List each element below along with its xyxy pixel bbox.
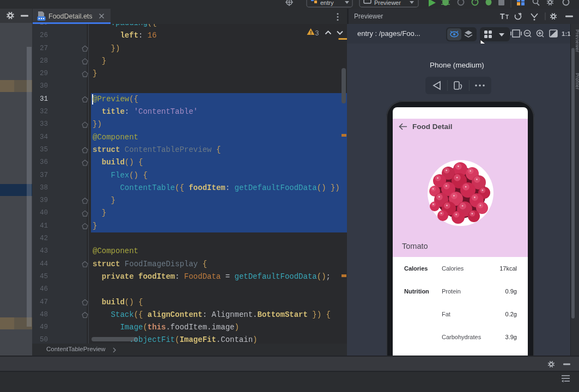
svg-text:1:1: 1:1 (562, 30, 571, 37)
svg-text:T: T (500, 12, 505, 21)
svg-text:entry: entry (320, 0, 334, 6)
svg-text:Previewer: Previewer (374, 0, 401, 6)
svg-text:T: T (505, 14, 509, 20)
svg-text:3: 3 (315, 29, 319, 37)
